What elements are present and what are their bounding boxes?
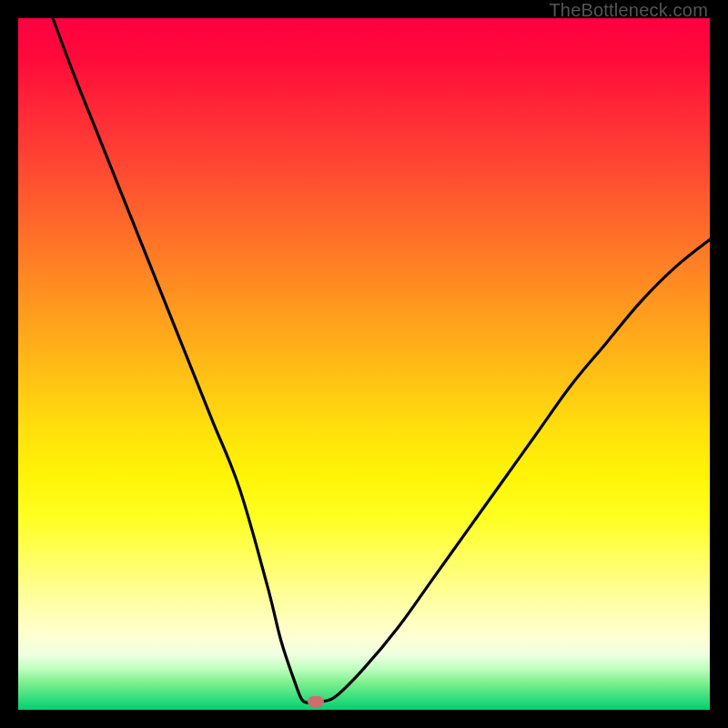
plot-area	[18, 18, 710, 710]
watermark-text: TheBottleneck.com	[549, 0, 708, 21]
bottleneck-curve	[18, 18, 710, 710]
chart-frame: TheBottleneck.com	[0, 0, 728, 728]
optimal-point-marker	[308, 696, 324, 707]
